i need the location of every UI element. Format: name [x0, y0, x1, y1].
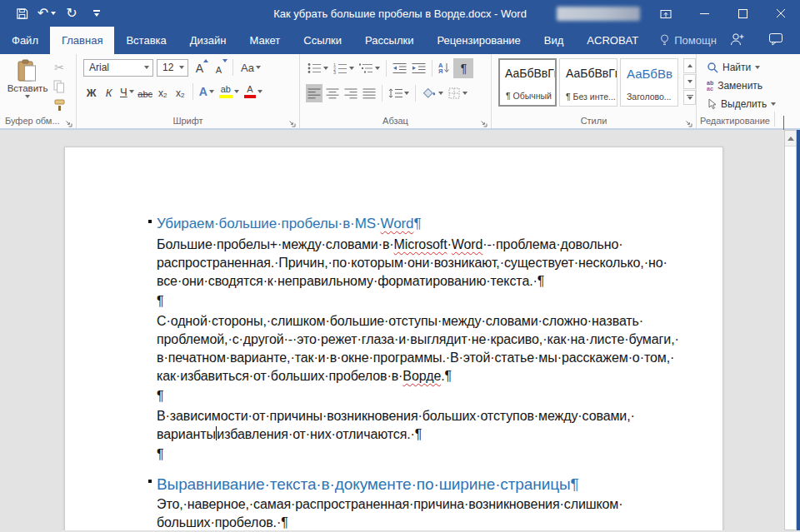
decrease-indent-button[interactable]	[391, 59, 408, 77]
bullets-button[interactable]	[306, 59, 330, 77]
dialog-launcher-icon	[479, 119, 488, 127]
format-painter-button[interactable]	[52, 98, 67, 112]
select-button[interactable]: Выделить	[707, 97, 800, 111]
borders-button[interactable]	[447, 84, 469, 102]
tab-design[interactable]: Дизайн	[178, 27, 238, 54]
highlight-button[interactable]: ab	[218, 82, 241, 101]
tab-references[interactable]: Ссылки	[292, 27, 353, 54]
minimize-button[interactable]	[685, 0, 723, 27]
tab-insert[interactable]: Вставка	[114, 27, 178, 54]
font-size-combo[interactable]: 12	[157, 59, 188, 77]
vertical-scrollbar[interactable]	[784, 130, 797, 530]
document-page[interactable]: Убираем·большие·пробелы·в·MS·Word¶Больши…	[64, 147, 723, 530]
replace-button[interactable]: ab ac Заменить	[707, 78, 800, 92]
paste-label: Вставить	[8, 83, 48, 93]
tab-view[interactable]: Вид	[532, 27, 576, 54]
feedback-button[interactable]	[768, 32, 783, 48]
undo-dropdown-icon	[51, 12, 56, 15]
text-effects-button[interactable]: A	[198, 82, 216, 101]
find-button[interactable]: Найти	[707, 60, 800, 74]
doc-heading[interactable]: Выравнивание·текста·в·документе·по·ширин…	[157, 474, 711, 495]
tab-review[interactable]: Рецензирование	[425, 27, 532, 54]
paragraph-dialog-launcher[interactable]	[479, 116, 488, 125]
styles-scroll-down-button[interactable]	[683, 74, 696, 89]
styles-dialog-launcher[interactable]	[684, 116, 693, 125]
tab-mailings[interactable]: Рассылки	[353, 27, 425, 54]
tab-acrobat[interactable]: ACROBAT	[575, 27, 650, 54]
undo-button[interactable]: ↶	[35, 0, 58, 27]
grow-font-arrow-icon	[203, 59, 208, 62]
style-card-no-spacing[interactable]: АаБбВвГг, ¶ Без инте...	[559, 58, 618, 107]
doc-paragraph[interactable]: ¶	[157, 292, 711, 311]
line-spacing-icon	[388, 87, 402, 99]
customize-qat-button[interactable]	[85, 0, 108, 27]
grow-font-button[interactable]: A	[192, 58, 208, 77]
tab-layout[interactable]: Макет	[238, 27, 292, 54]
scroll-up-button[interactable]	[785, 131, 796, 147]
justify-icon	[362, 88, 376, 99]
show-formatting-marks-button[interactable]: ¶	[453, 58, 473, 78]
font-color-button[interactable]: А	[242, 82, 264, 101]
tell-me-label: Помощн	[674, 34, 717, 47]
align-right-button[interactable]	[342, 84, 359, 102]
clipboard-dialog-launcher[interactable]	[64, 116, 73, 125]
doc-paragraph[interactable]: Это,·наверное,·самая·распространенная·пр…	[157, 495, 711, 530]
subscript-button[interactable]: x2	[155, 82, 171, 101]
tell-me-box[interactable]: Помощн	[660, 27, 717, 54]
shrink-font-arrow-icon	[222, 59, 228, 62]
copy-button[interactable]	[52, 79, 67, 93]
cut-button[interactable]: ✂	[52, 60, 67, 74]
style-card-normal[interactable]: АаБбВвГг, ¶ Обычный	[498, 58, 557, 107]
ribbon-tabs: Файл Главная Вставка Дизайн Макет Ссылки…	[0, 27, 800, 54]
redo-button[interactable]: ↻	[60, 0, 83, 27]
numbering-button[interactable]: 123	[332, 59, 356, 77]
sort-button[interactable]: А Я	[437, 59, 452, 77]
underline-button[interactable]: Ч	[118, 82, 136, 101]
down-arrow-icon	[688, 97, 692, 100]
increase-indent-button[interactable]	[410, 59, 428, 77]
shading-button[interactable]	[420, 84, 445, 102]
style-sample: АаБбВвГг,	[505, 67, 555, 80]
close-button[interactable]	[762, 0, 800, 27]
styles-gallery-more-button[interactable]	[683, 90, 696, 105]
doc-paragraph[interactable]: Большие·пробелы+·между·словами·в·Microso…	[157, 236, 711, 291]
paste-button[interactable]: Вставить	[7, 59, 48, 114]
paint-bucket-icon	[422, 87, 437, 99]
underline-label: Ч	[120, 86, 128, 98]
doc-paragraph[interactable]: В·зависимости·от·причины·возникновения·б…	[157, 407, 711, 444]
doc-text: Большие·пробелы+·между·словами·в·	[157, 237, 394, 251]
style-card-heading[interactable]: АаБбВв Заголово...	[620, 58, 678, 107]
align-left-button[interactable]	[306, 84, 322, 102]
tab-file[interactable]: Файл	[0, 27, 50, 54]
more-bar-icon	[687, 95, 693, 97]
justify-button[interactable]	[361, 84, 378, 102]
doc-heading[interactable]: Убираем·большие·пробелы·в·MS·Word¶	[157, 214, 711, 234]
maximize-button[interactable]	[723, 0, 762, 27]
change-case-button[interactable]: Aa	[239, 58, 262, 77]
font-name-combo[interactable]: Arial	[83, 59, 153, 77]
save-button[interactable]	[10, 0, 33, 27]
doc-paragraph[interactable]: С·одной·стороны,·слишком·большие·отступы…	[157, 312, 711, 385]
tab-home[interactable]: Главная	[50, 27, 114, 54]
superscript-button[interactable]: x2	[172, 82, 188, 101]
collapse-ribbon-button[interactable]	[783, 117, 792, 123]
bold-button[interactable]: Ж	[83, 82, 99, 101]
italic-button[interactable]: К	[101, 82, 117, 101]
paste-clipboard-icon	[18, 59, 38, 82]
ribbon-display-options-button[interactable]	[647, 0, 685, 27]
align-center-button[interactable]	[324, 84, 341, 102]
doc-paragraph[interactable]: ¶	[157, 445, 711, 464]
sign-in-button[interactable]	[729, 32, 745, 49]
shrink-font-button[interactable]: A	[211, 58, 227, 77]
strikethrough-button[interactable]: abc	[138, 82, 153, 101]
styles-scroll-up-button[interactable]	[683, 58, 696, 73]
line-spacing-button[interactable]	[387, 84, 411, 102]
font-size-value: 12	[162, 62, 173, 73]
doc-paragraph[interactable]: ¶	[157, 387, 711, 405]
sort-letter-z: Я	[438, 68, 442, 75]
multilevel-list-button[interactable]	[358, 59, 382, 77]
document-content[interactable]: Убираем·большие·пробелы·в·MS·Word¶Больши…	[65, 147, 722, 530]
doc-text: В·зависимости·от·причины·возникновения·б…	[157, 409, 635, 423]
font-dialog-launcher[interactable]	[288, 116, 297, 125]
style-sample: АаБбВв	[627, 67, 678, 81]
